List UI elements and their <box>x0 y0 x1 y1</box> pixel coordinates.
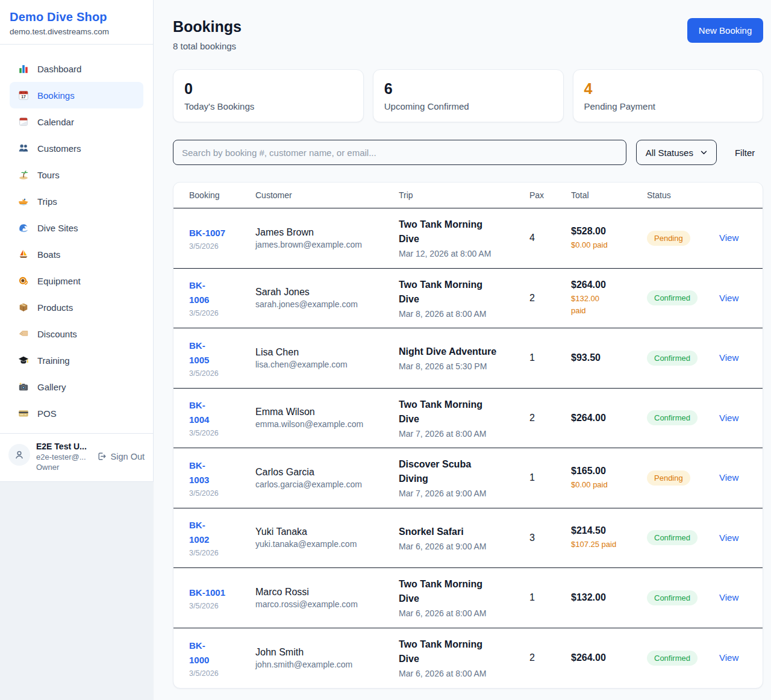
sidebar-item-dive-sites[interactable]: Dive Sites <box>10 214 143 241</box>
view-link[interactable]: View <box>719 592 738 602</box>
table-row: BK- 1005 3/5/2026 Lisa Chen lisa.chen@ex… <box>173 328 763 389</box>
calendar-date-icon: 17 <box>17 89 30 101</box>
booking-date: 3/5/2026 <box>189 602 247 610</box>
brand-name[interactable]: Demo Dive Shop <box>10 10 143 24</box>
stat-card-upcoming-confirmed: 6 Upcoming Confirmed <box>373 69 564 122</box>
trip-datetime: Mar 6, 2026 at 8:00 AM <box>399 608 521 618</box>
trip-cell: Two Tank Morning Dive Mar 12, 2026 at 8:… <box>399 217 529 258</box>
booking-id-link[interactable]: BK-1001 <box>189 586 225 600</box>
sidebar-item-discounts[interactable]: Discounts <box>10 320 143 347</box>
logout-icon <box>96 451 107 461</box>
sidebar-item-tours[interactable]: Tours <box>10 161 143 188</box>
pax-count: 3 <box>529 533 571 543</box>
sidebar-item-trips[interactable]: Trips <box>10 188 143 214</box>
bookings-table: Booking Customer Trip Pax Total Status B… <box>173 182 763 689</box>
booking-cell: BK- 1006 3/5/2026 <box>189 278 255 317</box>
status-select-value: All Statuses <box>646 148 693 158</box>
booking-id-link[interactable]: BK-1007 <box>189 226 225 240</box>
actions-cell: View <box>719 472 747 483</box>
status-badge: Confirmed <box>647 651 698 666</box>
column-header-pax: Pax <box>529 190 571 200</box>
total-amount: $528.00 <box>571 226 638 237</box>
sidebar-item-customers[interactable]: Customers <box>10 135 143 161</box>
total-cell: $264.00 $132.00 paid <box>571 280 647 316</box>
sidebar-item-boats[interactable]: Boats <box>10 241 143 267</box>
actions-cell: View <box>719 293 747 304</box>
status-cell: Confirmed <box>647 290 719 305</box>
sidebar-item-dashboard[interactable]: Dashboard <box>10 55 143 82</box>
sidebar-item-gallery[interactable]: Gallery <box>10 373 143 400</box>
sign-out-button[interactable]: Sign Out <box>96 451 145 461</box>
trip-cell: Two Tank Morning Dive Mar 7, 2026 at 8:0… <box>399 398 529 439</box>
camera-icon <box>17 381 30 393</box>
status-cell: Confirmed <box>647 651 719 666</box>
total-amount: $264.00 <box>571 280 638 290</box>
trip-cell: Snorkel Safari Mar 6, 2026 at 9:00 AM <box>399 525 529 551</box>
new-booking-button[interactable]: New Booking <box>687 18 763 43</box>
svg-text:17: 17 <box>21 95 26 99</box>
user-row: E2E Test U... e2e-tester@... Owner Sign … <box>0 434 153 481</box>
sailboat-icon <box>17 248 30 260</box>
customer-cell: Lisa Chen lisa.chen@example.com <box>255 347 399 369</box>
view-link[interactable]: View <box>719 652 738 663</box>
stat-value: 0 <box>184 80 352 98</box>
customer-name: Emma Wilson <box>255 407 390 417</box>
dive-mask-icon <box>17 275 30 287</box>
view-link[interactable]: View <box>719 233 738 243</box>
sidebar-item-training[interactable]: Training <box>10 347 143 373</box>
booking-cell: BK- 1005 3/5/2026 <box>189 339 255 378</box>
customer-cell: Emma Wilson emma.wilson@example.com <box>255 407 399 429</box>
pax-count: 1 <box>529 352 571 363</box>
total-cell: $528.00 $0.00 paid <box>571 226 647 251</box>
trip-name: Discover Scuba Diving <box>399 457 521 486</box>
table-row: BK- 1004 3/5/2026 Emma Wilson emma.wilso… <box>173 389 763 449</box>
booking-date: 3/5/2026 <box>189 242 247 251</box>
pax-count: 1 <box>529 472 571 483</box>
booking-id-link[interactable]: BK- 1004 <box>189 398 209 427</box>
view-link[interactable]: View <box>719 352 738 363</box>
sidebar-item-bookings[interactable]: 17 Bookings <box>10 82 143 108</box>
sidebar-item-products[interactable]: Products <box>10 294 143 320</box>
customer-name: James Brown <box>255 227 390 238</box>
trip-datetime: Mar 8, 2026 at 8:00 AM <box>399 309 521 319</box>
status-badge: Confirmed <box>647 530 698 545</box>
customer-name: Sarah Jones <box>255 287 390 298</box>
status-filter-select[interactable]: All Statuses <box>636 140 717 165</box>
credit-card-icon <box>17 407 30 419</box>
table-row: BK- 1006 3/5/2026 Sarah Jones sarah.jone… <box>173 269 763 329</box>
status-cell: Pending <box>647 470 719 486</box>
chevron-down-icon <box>701 151 707 155</box>
column-header-customer: Customer <box>255 190 399 200</box>
pax-count: 1 <box>529 592 571 603</box>
filter-button[interactable]: Filter <box>726 148 763 158</box>
view-link[interactable]: View <box>719 533 738 543</box>
booking-id-link[interactable]: BK- 1002 <box>189 518 209 547</box>
sidebar-item-pos[interactable]: POS <box>10 400 143 427</box>
booking-cell: BK-1007 3/5/2026 <box>189 226 255 251</box>
column-header-booking: Booking <box>189 190 255 200</box>
view-link[interactable]: View <box>719 413 738 423</box>
total-amount: $264.00 <box>571 413 638 423</box>
total-cell: $93.50 <box>571 352 647 363</box>
booking-id-link[interactable]: BK- 1003 <box>189 458 209 487</box>
sidebar-column: Demo Dive Shop demo.test.divestreams.com… <box>0 0 154 700</box>
booking-id-link[interactable]: BK- 1005 <box>189 339 209 367</box>
view-link[interactable]: View <box>719 293 738 303</box>
wave-icon <box>17 222 30 234</box>
pax-count: 2 <box>529 652 571 663</box>
booking-id-link[interactable]: BK- 1006 <box>189 278 209 307</box>
sidebar-item-calendar[interactable]: Calendar <box>10 108 143 135</box>
total-amount: $132.00 <box>571 592 638 603</box>
view-link[interactable]: View <box>719 472 738 483</box>
search-input[interactable] <box>173 140 626 165</box>
booking-id-link[interactable]: BK- 1000 <box>189 639 209 667</box>
total-amount: $264.00 <box>571 652 638 663</box>
booking-cell: BK- 1004 3/5/2026 <box>189 398 255 437</box>
user-role: Owner <box>36 463 90 472</box>
sidebar-item-equipment[interactable]: Equipment <box>10 267 143 294</box>
customer-email: carlos.garcia@example.com <box>255 480 390 489</box>
trip-name: Two Tank Morning Dive <box>399 637 521 666</box>
customer-name: Marco Rossi <box>255 587 390 598</box>
filter-row: All Statuses Filter <box>173 140 763 165</box>
package-icon <box>17 301 30 313</box>
